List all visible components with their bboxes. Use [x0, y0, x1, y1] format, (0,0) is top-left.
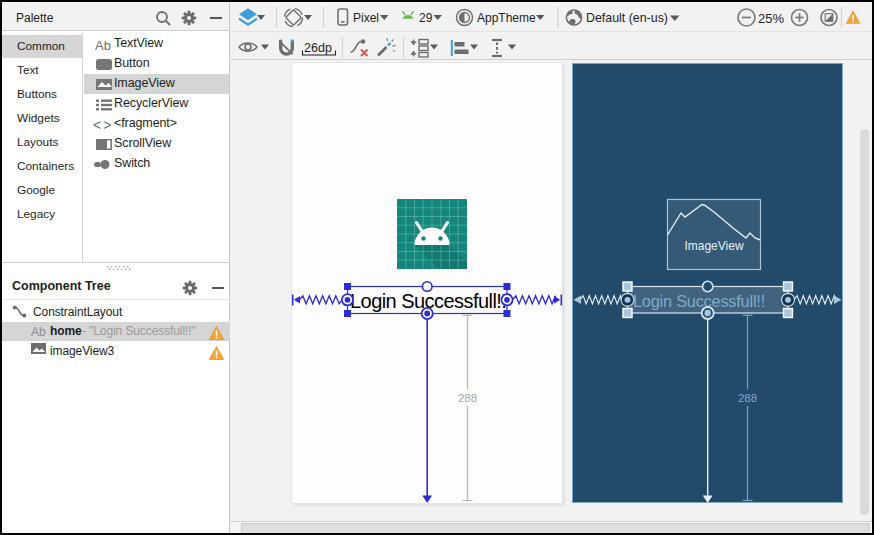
svg-text:- "Login Successfull!!": - "Login Successfull!!" [82, 324, 196, 338]
svg-text:Ab: Ab [31, 325, 46, 339]
svg-text:imageView3: imageView3 [50, 344, 115, 358]
svg-text:home: home [50, 324, 82, 338]
svg-text:ConstraintLayout: ConstraintLayout [33, 305, 123, 319]
